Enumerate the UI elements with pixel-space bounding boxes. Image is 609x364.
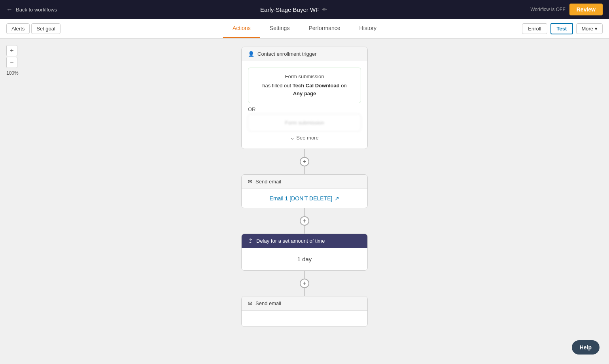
form-name: Tech Cal Download: [293, 83, 340, 89]
workflow-status: Workflow is OFF: [530, 7, 565, 12]
external-link-icon: ↗: [335, 195, 339, 202]
email-link-text-1: Email 1 [DON'T DELETE]: [270, 195, 333, 202]
alerts-button[interactable]: Alerts: [6, 23, 30, 34]
blurred-form-card: Form submission: [248, 114, 361, 132]
send-email-label-1: Send email: [255, 179, 281, 185]
email-link-1[interactable]: Email 1 [DON'T DELETE] ↗: [248, 195, 361, 202]
send-email-body-1: Email 1 [DON'T DELETE] ↗: [242, 189, 367, 208]
tab-performance[interactable]: Performance: [299, 19, 350, 38]
more-button[interactable]: More ▾: [576, 23, 603, 34]
delay-card[interactable]: ⏱ Delay for a set amount of time 1 day: [241, 234, 368, 271]
set-goal-button[interactable]: Set goal: [31, 23, 61, 34]
connector-line-bottom-2: [304, 226, 305, 234]
back-label: Back to workflows: [16, 7, 57, 13]
navbar: Alerts Set goal Actions Settings Perform…: [0, 19, 609, 39]
trigger-card-wrapper: 👤 Contact enrollment trigger Form submis…: [241, 47, 368, 149]
send-email-card-1[interactable]: ✉ Send email Email 1 [DON'T DELETE] ↗: [241, 174, 368, 208]
more-label: More: [581, 26, 593, 32]
topbar-right: Workflow is OFF Review: [530, 4, 603, 15]
test-button[interactable]: Test: [550, 23, 573, 34]
or-label: OR: [248, 103, 361, 114]
connector-1: +: [300, 149, 309, 174]
connector-2: +: [300, 208, 309, 234]
see-more-row: ⌄ See more: [248, 132, 361, 142]
connector-3: +: [300, 271, 309, 296]
navbar-left: Alerts Set goal: [6, 23, 61, 34]
workflow-name: Early-Stage Buyer WF: [260, 6, 319, 13]
send-email-card-2[interactable]: ✉ Send email: [241, 296, 368, 327]
send-email-label-2: Send email: [255, 300, 281, 306]
topbar: ← Back to workflows Early-Stage Buyer WF…: [0, 0, 609, 19]
tab-history[interactable]: History: [350, 19, 386, 38]
form-submission-card[interactable]: Form submission has filled out Tech Cal …: [248, 68, 361, 103]
send-email-card-wrapper-2: ✉ Send email: [241, 296, 368, 327]
trigger-body: Form submission has filled out Tech Cal …: [242, 61, 367, 149]
more-chevron-icon: ▾: [595, 26, 598, 32]
back-to-workflows[interactable]: ← Back to workflows: [6, 6, 57, 13]
enroll-button[interactable]: Enroll: [522, 23, 547, 34]
blurred-form-title: Form submission: [254, 120, 355, 126]
clock-icon: ⏱: [248, 238, 253, 244]
help-button[interactable]: Help: [572, 340, 600, 355]
form-submission-title: Form submission: [254, 74, 355, 79]
add-step-button-1[interactable]: +: [300, 157, 309, 166]
delay-header: ⏱ Delay for a set amount of time: [242, 234, 367, 248]
form-page-label: Any page: [293, 91, 316, 96]
add-step-button-2[interactable]: +: [300, 216, 309, 226]
connector-line-top-1: [304, 149, 305, 157]
envelope-icon-1: ✉: [248, 179, 252, 185]
envelope-icon-2: ✉: [248, 300, 252, 306]
back-arrow-icon: ←: [6, 6, 13, 13]
form-desc-suffix: on: [340, 83, 347, 89]
trigger-header-label: Contact enrollment trigger: [257, 51, 317, 57]
connector-line-top-3: [304, 271, 305, 279]
trigger-card[interactable]: 👤 Contact enrollment trigger Form submis…: [241, 47, 368, 149]
connector-line-bottom-1: [304, 166, 305, 174]
navbar-right: Enroll Test More ▾: [522, 23, 603, 34]
tab-settings[interactable]: Settings: [260, 19, 299, 38]
delay-value: 1 day: [297, 256, 312, 262]
send-email-card-wrapper-1: ✉ Send email Email 1 [DON'T DELETE] ↗: [241, 174, 368, 208]
tab-actions[interactable]: Actions: [223, 19, 260, 38]
chevron-down-icon: ⌄: [290, 135, 295, 141]
send-email-header-2: ✉ Send email: [242, 296, 367, 311]
workflow-canvas: + − 100% 👤 Contact enrollment trigger Fo…: [0, 39, 609, 364]
workflow-content: 👤 Contact enrollment trigger Form submis…: [0, 39, 609, 327]
add-step-button-3[interactable]: +: [300, 279, 309, 288]
trigger-header: 👤 Contact enrollment trigger: [242, 47, 367, 61]
form-desc-prefix: has filled out: [262, 83, 293, 89]
see-more-label: See more: [296, 135, 318, 141]
connector-line-bottom-3: [304, 288, 305, 296]
contact-icon: 👤: [248, 51, 254, 57]
form-submission-desc: has filled out Tech Cal Download on Any …: [254, 82, 355, 97]
workflow-title-group: Early-Stage Buyer WF ✏: [260, 6, 327, 13]
nav-tabs: Actions Settings Performance History: [223, 19, 386, 38]
delay-card-wrapper: ⏱ Delay for a set amount of time 1 day: [241, 234, 368, 271]
delay-header-label: Delay for a set amount of time: [256, 238, 325, 244]
see-more-button[interactable]: ⌄ See more: [290, 135, 318, 141]
connector-line-top-2: [304, 208, 305, 216]
review-button[interactable]: Review: [569, 4, 603, 15]
edit-icon[interactable]: ✏: [322, 6, 327, 13]
delay-body: 1 day: [242, 248, 367, 270]
send-email-body-2: [242, 311, 367, 326]
send-email-header-1: ✉ Send email: [242, 175, 367, 189]
